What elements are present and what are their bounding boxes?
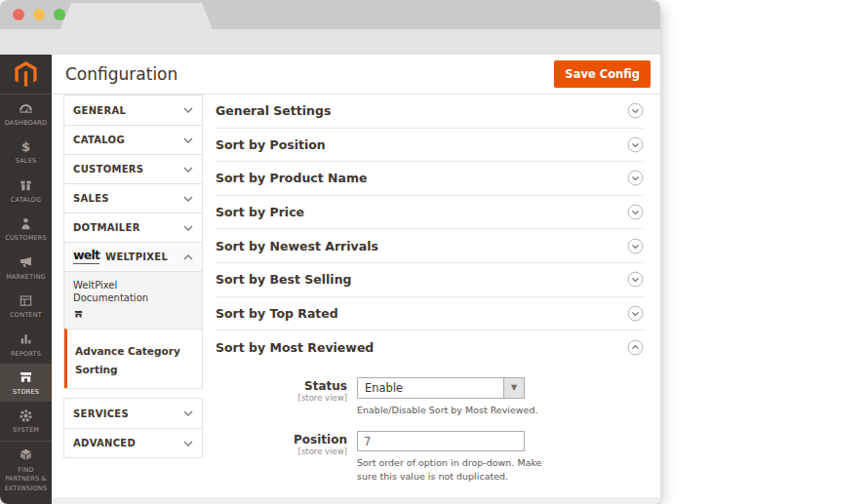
window-controls xyxy=(13,9,65,20)
chevron-up-circle-icon xyxy=(627,339,644,356)
content-area: GENERAL CATALOG CUSTOMERS SALES xyxy=(52,95,660,497)
admin-sidebar: DASHBOARD $ SALES CATALOG CUSTOMERS xyxy=(0,55,52,504)
accordion-sort-by-top-rated[interactable]: Sort by Top Rated xyxy=(216,297,644,331)
sidebar-item-marketing[interactable]: MARKETING xyxy=(0,249,52,287)
config-section-advanced[interactable]: ADVANCED xyxy=(64,428,202,457)
nav-item-advance-category-sorting[interactable]: Advance Category Sorting xyxy=(64,329,202,388)
config-section-sales[interactable]: SALES xyxy=(64,183,202,213)
position-input[interactable] xyxy=(357,431,525,451)
sales-dollar-icon: $ xyxy=(19,138,34,154)
dashboard-icon xyxy=(19,100,34,116)
main-area: Configuration Save Config GENERAL CATALO… xyxy=(52,55,660,504)
customers-person-icon xyxy=(19,215,34,231)
status-label: Status [store view] xyxy=(216,377,357,417)
page-title: Configuration xyxy=(65,64,178,84)
config-section-customers[interactable]: CUSTOMERS xyxy=(64,154,202,183)
sidebar-item-label: SYSTEM xyxy=(13,426,39,435)
sidebar-item-label: STORES xyxy=(13,388,39,397)
chevron-down-icon xyxy=(183,196,193,202)
accordion-sort-by-best-selling[interactable]: Sort by Best Selling xyxy=(216,263,644,297)
chevron-down-icon xyxy=(183,137,193,143)
position-field-row: Position [store view] Sort order of opti… xyxy=(216,431,644,484)
chevron-down-circle-icon xyxy=(627,271,644,288)
accordion-sort-by-price[interactable]: Sort by Price xyxy=(216,196,644,230)
documentation-store-icon xyxy=(73,309,84,319)
sidebar-item-sales[interactable]: $ SALES xyxy=(0,133,52,171)
browser-chrome xyxy=(0,0,660,29)
accordion-sort-by-position[interactable]: Sort by Position xyxy=(216,129,644,163)
accordion-general-settings[interactable]: General Settings xyxy=(216,95,644,129)
chevron-down-circle-icon xyxy=(627,170,644,186)
stores-icon xyxy=(19,369,34,385)
browser-addressbar[interactable] xyxy=(0,29,660,55)
reports-chart-icon xyxy=(19,331,34,347)
close-window-icon[interactable] xyxy=(13,9,24,20)
config-section-catalog[interactable]: CATALOG xyxy=(64,125,202,154)
chevron-down-icon xyxy=(183,441,193,446)
status-scope: [store view] xyxy=(216,393,347,403)
sidebar-item-dashboard[interactable]: DASHBOARD xyxy=(0,95,52,133)
window-footer-strip xyxy=(52,497,660,504)
content-layout-icon xyxy=(19,292,34,308)
sidebar-item-label: CUSTOMERS xyxy=(5,234,47,243)
chevron-up-icon xyxy=(183,254,193,260)
sidebar-item-stores[interactable]: STORES xyxy=(0,364,52,402)
config-section-general[interactable]: GENERAL xyxy=(64,96,202,125)
chevron-down-icon xyxy=(183,167,193,173)
minimize-window-icon[interactable] xyxy=(33,9,45,20)
chevron-down-icon xyxy=(183,107,193,113)
sidebar-item-reports[interactable]: REPORTS xyxy=(0,326,52,364)
sidebar-item-label: FIND PARTNERS & EXTENSIONS xyxy=(1,466,51,493)
magento-logo[interactable] xyxy=(0,55,52,95)
page-header: Configuration Save Config xyxy=(52,55,660,95)
browser-tab[interactable] xyxy=(60,3,213,29)
config-nav-group-top: GENERAL CATALOG CUSTOMERS SALES xyxy=(63,95,203,389)
sidebar-item-label: CONTENT xyxy=(10,311,42,320)
config-nav-group-bottom: SERVICES ADVANCED xyxy=(63,398,203,458)
sidebar-item-label: REPORTS xyxy=(11,350,41,359)
chevron-down-circle-icon xyxy=(627,204,644,220)
config-nav: GENERAL CATALOG CUSTOMERS SALES xyxy=(63,95,203,497)
sidebar-item-label: DASHBOARD xyxy=(5,119,47,128)
config-section-dotmailer[interactable]: DOTMAILER xyxy=(64,213,202,242)
marketing-megaphone-icon xyxy=(19,254,34,270)
settings-accordion: General Settings Sort by Position Sort b… xyxy=(216,95,644,497)
save-config-button[interactable]: Save Config xyxy=(554,60,651,88)
position-help-text: Sort order of option in drop-down. Make … xyxy=(357,456,542,484)
system-gear-icon xyxy=(19,407,34,423)
sidebar-item-label: MARKETING xyxy=(6,273,46,282)
chevron-down-icon xyxy=(183,410,193,416)
partners-cube-icon xyxy=(19,447,34,463)
config-section-weltpixel[interactable]: welt WELTPIXEL xyxy=(64,242,202,271)
welt-nav-logo: welt xyxy=(73,250,99,264)
chevron-down-icon xyxy=(183,225,193,231)
sidebar-item-system[interactable]: SYSTEM xyxy=(0,402,52,440)
chevron-down-circle-icon xyxy=(627,136,644,153)
position-label: Position [store view] xyxy=(216,431,357,484)
status-help-text: Enable/Disable Sort by Most Reviewed. xyxy=(357,404,572,417)
magento-logo-icon xyxy=(15,61,37,87)
nav-item-weltpixel-documentation[interactable]: WeltPixel Documentation xyxy=(64,271,202,329)
accordion-sort-by-product-name[interactable]: Sort by Product Name xyxy=(216,162,644,196)
maximize-window-icon[interactable] xyxy=(54,9,65,20)
sidebar-item-content[interactable]: CONTENT xyxy=(0,287,52,325)
status-select[interactable]: Enable ▼ xyxy=(357,377,525,399)
catalog-box-icon xyxy=(19,177,34,193)
chevron-down-circle-icon xyxy=(627,102,644,119)
weltpixel-sidebar-logo: welt PIXEL xyxy=(0,498,52,504)
accordion-sort-by-newest-arrivals[interactable]: Sort by Newest Arrivals xyxy=(216,229,644,263)
chevron-down-circle-icon xyxy=(627,238,644,254)
sidebar-item-catalog[interactable]: CATALOG xyxy=(0,172,52,210)
accordion-sort-by-most-reviewed[interactable]: Sort by Most Reviewed xyxy=(216,330,644,365)
sidebar-item-label: SALES xyxy=(16,157,37,166)
chevron-down-circle-icon xyxy=(627,305,644,322)
config-section-services[interactable]: SERVICES xyxy=(64,399,202,428)
most-reviewed-panel: Status [store view] Enable ▼ Enable/Disa… xyxy=(216,365,644,484)
sidebar-item-customers[interactable]: CUSTOMERS xyxy=(0,210,52,248)
sidebar-item-label: CATALOG xyxy=(11,196,41,205)
select-caret-icon[interactable]: ▼ xyxy=(503,378,524,398)
magento-admin: DASHBOARD $ SALES CATALOG CUSTOMERS xyxy=(0,55,660,504)
position-scope: [store view] xyxy=(216,446,347,456)
browser-window: DASHBOARD $ SALES CATALOG CUSTOMERS xyxy=(0,0,660,504)
sidebar-item-find-partners[interactable]: FIND PARTNERS & EXTENSIONS xyxy=(0,441,52,498)
